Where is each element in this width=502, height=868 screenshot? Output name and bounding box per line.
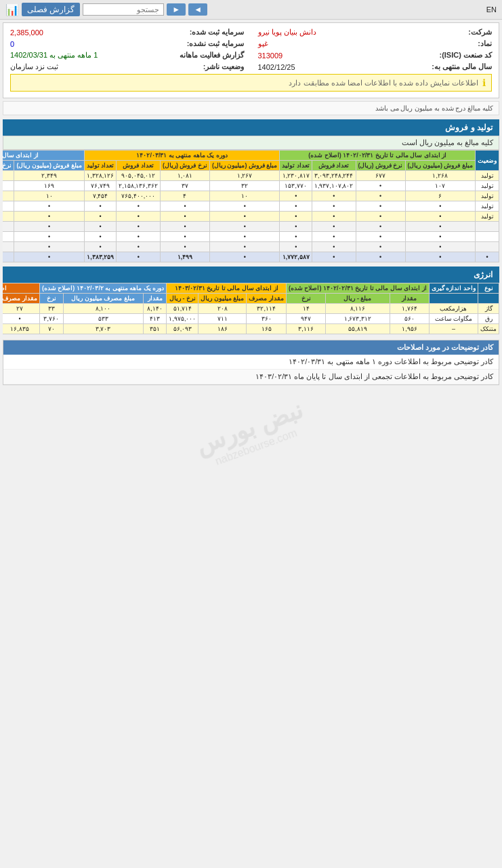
cell: • [312,232,356,242]
cell: ۳۶۰ [247,314,287,324]
cell: • [117,232,161,242]
energy-sub-g2-c2: مبلغ میلیون ریال [198,294,247,304]
energy-col-group-4: اصلاحات [3,283,39,294]
search-input[interactable] [83,3,164,16]
company-row: شرکت: دانش بنیان پویا نیرو [258,27,493,37]
cell: ۲۷ [3,304,39,314]
cell: • [3,222,14,232]
cell: • [209,222,280,232]
table-total-row: • • • • ۱,۷۷۲,۵۸۷ • ۱,۴۹۹ • ۱,۳۸۳,۲۵۹ • … [3,252,499,262]
cell: • [209,201,280,212]
status-cell: تولید [476,181,499,191]
nav-prev-button[interactable]: ◄ [188,3,207,16]
cell: • [117,242,161,252]
cell: ۱,۲۶۸ [405,171,476,181]
alert-icon: ℹ [482,77,486,88]
cell: ۸,۱۰۰ [63,304,143,314]
cell: ۱,۷۶۴ [390,304,429,314]
cell: • [405,222,476,232]
report-period-value: 1 ماهه منتهی به 1402/03/31 [10,51,98,60]
cell: ۷۶,۷۴۹ [84,181,117,191]
table-row: تولید • • • • • • • • • • • • ۳۳ ۳۷ ۵۷۳,… [3,201,499,212]
fiscal-end-row: سال مالی منتهی به: 1402/12/25 [258,62,493,72]
capital-reg-value: 2,385,000 [10,28,43,37]
report-icon: 📊 [5,3,19,16]
cell: ۷۱۱ [198,314,247,324]
col-status: وضعیت [476,151,499,171]
production-section-header: تولید و فروش [3,119,499,136]
energy-table: نوع واحد اندازه گیری از ابتدای سال مالی … [3,283,499,334]
energy-section: انرژی نوع واحد اندازه گیری از ابتدای سال… [3,267,499,334]
energy-header: انرژی [3,267,499,283]
cell: ۲,۳۴۹ [14,171,85,181]
capital-unreg-label: سرمایه ثبت نشده: [187,39,245,48]
cell: • [356,201,405,212]
subcol-g1-c2: نرخ فروش (ریال) [356,161,405,171]
cell: • [312,222,356,232]
top-bar-left: EN [486,5,497,14]
energy-col-group-1: از ابتدای سال مالی تا تاریخ ۱۴۰۲/۰۲/۳۱ (… [286,283,429,294]
cell: ۱۶,۸۳۵ [3,324,39,334]
namad-row: نماد: غپو [258,39,493,49]
production-table: وضعیت از ابتدای سال مالی تا تاریخ ۱۴۰۲/۰… [3,150,499,262]
cell: ۱,۲۶۷ [209,171,280,181]
cell: ۸,۱۱۶ [326,304,390,314]
cell: ۱۶۵ [247,324,287,334]
cell: • [209,252,280,262]
cell: ۱۰۷ [405,181,476,191]
company-label: شرکت: [468,28,492,37]
cell: • [312,191,356,201]
energy-row: گاز هزارمکعب ۱,۷۶۴ ۸,۱۱۶ ۱۴ ۳۲,۱۱۴ ۲۰۸ ۵… [3,304,499,314]
production-sub: کلیه مبالغ به میلیون ریال است [3,136,499,150]
energy-title: انرژی [474,270,493,279]
energy-unit-cell: – [429,324,478,334]
cell: ۵۳۳ [63,314,143,324]
status-cell: تولید [476,191,499,201]
table-row: تولید ۱۰۷ • ۱,۹۳۷,۱۰۷,۸۰۲ ۱۵۳,۷۷۰ ۳۲ ۳۷ … [3,181,499,191]
cell [476,222,499,232]
report-period-row: گزارش فعالیت ماهانه 1 ماهه منتهی به 1402… [10,50,245,60]
cell: ۹۴۷ [286,314,325,324]
cell: ۲,۱۵۸,۱۳۶,۳۶۲ [117,181,161,191]
note-text: کلیه مبالغ درج شده به میلیون ریال می باش… [375,104,493,112]
table-row: •••• •••• •••• •••• [3,222,499,232]
cell: • [3,191,14,201]
cell: • [117,212,161,222]
cell: ۷۶۵,۴۰۰,۰۰۰ [117,191,161,201]
cell: • [3,232,14,242]
cell: • [160,222,209,232]
nav-next-button[interactable]: ► [167,3,186,16]
cell: ۳,۷۰۳ [63,324,143,334]
cell: • [312,201,356,212]
cell: • [117,201,161,212]
cell: • [356,181,405,191]
namad-value: غپو [258,39,268,48]
total-label: • [476,252,499,262]
subcol-g2-c4: تعداد تولید [84,161,117,171]
subcol-g1-c1: مبلغ فروش (میلیون ریال) [405,161,476,171]
energy-col-type: نوع [478,283,499,294]
cell: • [356,242,405,252]
energy-sub-type [478,294,499,304]
cell: • [84,201,117,212]
cell: • [160,242,209,252]
cell: • [117,252,161,262]
fiscal-end-value: 1402/12/25 [258,63,295,71]
cell: • [84,242,117,252]
energy-sub-g2-c3: نرخ - ریال [167,294,198,304]
cell: ۴۱۳ [143,314,167,324]
cell: ۵۵,۸۱۹ [326,324,390,334]
energy-col-unit: واحد اندازه گیری [429,283,478,294]
namad-label: نماد: [478,39,492,48]
cell: • [280,212,312,222]
energy-sub-g1-c1: مقدار [390,294,429,304]
cell: ۳,۷۶۰ [39,314,63,324]
cell: ۳۲,۱۱۴ [247,304,287,314]
table-row: تولید • • • • • • • • • • • • ۴۵ ۴۰ ۱۷۹,… [3,212,499,222]
cell: • [405,242,476,252]
energy-sub-g3-c2: مبلغ مصرف میلیون ریال [63,294,143,304]
cell: ۵۱,۷۱۴ [167,304,198,314]
cell: ۱۰ [209,191,280,201]
cell: • [312,212,356,222]
cell: ۱,۹۷۵,۰۰۰ [167,314,198,324]
